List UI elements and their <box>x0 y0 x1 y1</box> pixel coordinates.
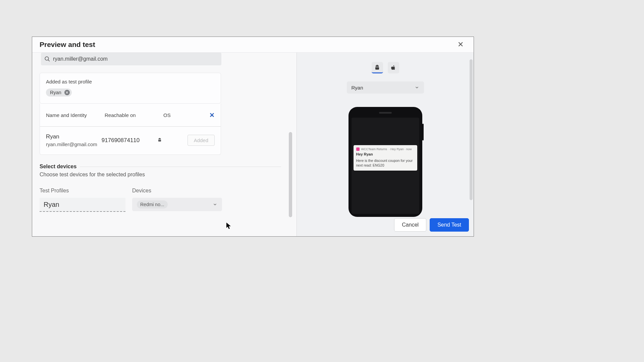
select-devices-subtitle: Choose test devices for the selected pro… <box>40 172 281 178</box>
apple-icon <box>390 65 396 71</box>
svg-line-1 <box>48 60 50 61</box>
search-bar: ryan.miller@gmail.com <box>32 53 292 65</box>
modal-title: Preview and test <box>40 41 95 49</box>
os-cell <box>157 137 187 143</box>
platform-android-button[interactable] <box>372 62 383 73</box>
svg-point-0 <box>45 57 49 60</box>
android-icon <box>374 64 380 70</box>
row-name: Ryan <box>46 133 102 140</box>
reachable-on-cell: 917690874110 <box>102 137 157 144</box>
preview-profile-value: Ryan <box>352 85 363 90</box>
notification-app-name: WCCTeam Returns <box>361 147 387 151</box>
preview-and-test-modal: Preview and test ✕ ryan.miller@gmail.com <box>32 37 474 237</box>
right-scrollbar[interactable] <box>470 59 473 200</box>
notification-title: Hey Ryan <box>356 152 415 156</box>
test-profile-value: Ryan <box>44 201 59 208</box>
column-os: OS <box>163 112 195 118</box>
clear-results-icon[interactable]: ✕ <box>209 111 215 119</box>
added-test-profile-card: Added as test profile Ryan ✕ <box>40 73 221 104</box>
notification-body: Here is the discount coupon for your nex… <box>356 158 415 168</box>
name-identity-cell: Ryan ryan.miller@gmail.com <box>46 133 102 147</box>
test-profiles-label: Test Profiles <box>40 188 125 194</box>
column-name-identity: Name and Identity <box>46 112 105 118</box>
close-icon[interactable]: ✕ <box>455 39 466 50</box>
profile-chip[interactable]: Ryan ✕ <box>46 88 72 97</box>
preview-profile-select[interactable]: Ryan <box>347 81 424 94</box>
profile-chip-label: Ryan <box>50 90 61 95</box>
table-header-row: Name and Identity Reachable on OS ✕ <box>40 104 221 127</box>
section-divider <box>80 167 281 167</box>
platform-toggle <box>372 62 399 73</box>
chevron-down-icon <box>415 85 419 90</box>
device-chip: Redmi no... <box>137 200 168 208</box>
phone-screen: WCCTeam Returns · Hey Ryan · now Hey Rya… <box>352 118 419 214</box>
phone-mock: WCCTeam Returns · Hey Ryan · now Hey Rya… <box>348 107 422 217</box>
send-test-button[interactable]: Send Test <box>430 218 469 232</box>
cancel-button[interactable]: Cancel <box>394 218 426 232</box>
left-pane: ryan.miller@gmail.com Added as test prof… <box>32 53 292 236</box>
mouse-cursor-icon <box>226 223 231 231</box>
search-value: ryan.miller@gmail.com <box>53 56 108 62</box>
select-devices-title: Select devices <box>40 164 80 170</box>
notification-app-icon <box>356 147 360 151</box>
test-profile-box[interactable]: Ryan <box>40 198 125 212</box>
search-input[interactable]: ryan.miller@gmail.com <box>41 53 221 65</box>
device-select-row: Test Profiles Ryan Devices Redmi no... <box>40 188 292 212</box>
notification-meta: · Hey Ryan · now <box>389 147 412 151</box>
left-scrollbar[interactable] <box>289 132 292 217</box>
chevron-down-icon <box>213 202 217 207</box>
notification-header: WCCTeam Returns · Hey Ryan · now <box>356 147 415 151</box>
devices-label: Devices <box>132 188 222 194</box>
notification-card: WCCTeam Returns · Hey Ryan · now Hey Rya… <box>354 145 417 171</box>
modal-footer: Cancel Send Test <box>394 218 469 232</box>
added-button[interactable]: Added <box>187 135 215 146</box>
android-icon <box>157 137 162 143</box>
modal-body: ryan.miller@gmail.com Added as test prof… <box>32 53 474 236</box>
platform-ios-button[interactable] <box>388 62 399 73</box>
preview-pane: Ryan WCCTeam Returns · Hey Ryan · now He… <box>297 53 474 236</box>
column-reachable-on: Reachable on <box>105 112 163 118</box>
search-icon <box>44 56 50 62</box>
row-identity: ryan.miller@gmail.com <box>46 141 102 147</box>
remove-chip-icon[interactable]: ✕ <box>64 90 70 95</box>
added-test-profile-label: Added as test profile <box>46 79 215 84</box>
table-row: Ryan ryan.miller@gmail.com 917690874110 … <box>40 127 221 155</box>
modal-header: Preview and test ✕ <box>32 37 474 53</box>
devices-dropdown[interactable]: Redmi no... <box>132 198 222 211</box>
phone-side-button <box>422 124 424 140</box>
select-devices-section: Select devices Choose test devices for t… <box>40 164 281 178</box>
results-table: Name and Identity Reachable on OS ✕ Ryan… <box>40 104 221 155</box>
phone-speaker <box>379 112 392 114</box>
